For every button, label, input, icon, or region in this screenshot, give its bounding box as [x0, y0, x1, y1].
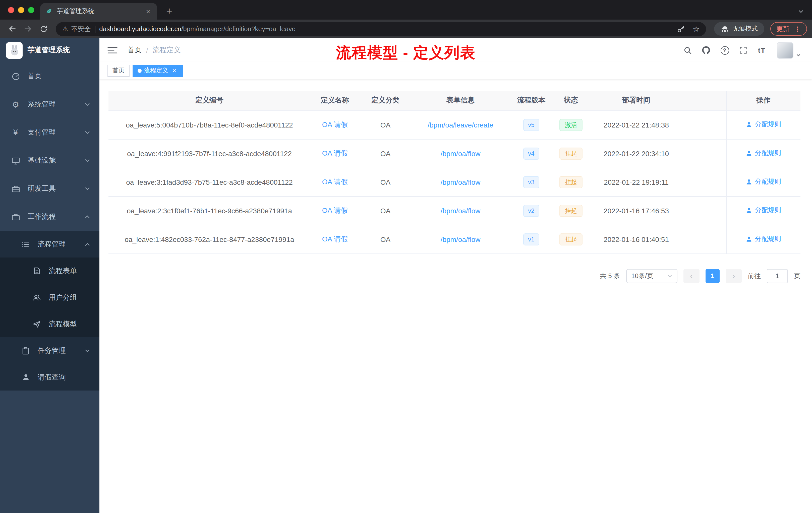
definition-name-link[interactable]: OA 请假	[322, 235, 348, 243]
breadcrumb-home[interactable]: 首页	[127, 46, 142, 55]
sidebar-item-leave-query[interactable]: 请假查询	[0, 364, 99, 391]
assign-rule-link[interactable]: 分配规则	[746, 120, 781, 129]
form-link[interactable]: /bpm/oa/flow	[441, 207, 481, 215]
browser-tab[interactable]: 芋道管理系统 ×	[40, 3, 157, 20]
deploy-time: 2022-01-22 21:48:38	[589, 111, 684, 139]
zoom-window-button[interactable]	[28, 7, 34, 13]
breadcrumb-separator: /	[146, 46, 148, 54]
column-header: 操作	[726, 91, 801, 111]
password-key-icon[interactable]	[677, 25, 685, 33]
sidebar-item-infrastructure[interactable]: 基础设施	[0, 147, 99, 175]
version-badge[interactable]: v2	[523, 205, 539, 217]
goto-page-input[interactable]	[767, 269, 788, 283]
assign-rule-link[interactable]: 分配规则	[746, 149, 781, 158]
content-area: 定义编号 定义名称 定义分类 表单信息 流程版本 状态 部署时间 操作 oa_l…	[99, 79, 812, 283]
column-header: 表单信息	[411, 91, 510, 111]
assign-rule-link[interactable]: 分配规则	[746, 177, 781, 186]
clipboard-icon	[20, 346, 31, 355]
forward-button[interactable]	[21, 22, 35, 36]
sidebar-toggle-icon[interactable]	[108, 46, 119, 54]
address-bar[interactable]: ⚠ 不安全 dashboard.yudao.iocoder.cn/bpm/man…	[56, 22, 706, 36]
chevron-down-icon	[84, 186, 90, 192]
status-badge: 挂起	[559, 147, 582, 159]
close-window-button[interactable]	[8, 7, 14, 13]
definition-name-link[interactable]: OA 请假	[322, 206, 348, 214]
page-size-select[interactable]: 10条/页	[626, 269, 677, 283]
fullscreen-icon[interactable]	[736, 43, 751, 58]
sidebar-item-devtools[interactable]: 研发工具	[0, 175, 99, 203]
sidebar-item-process-management[interactable]: 流程管理	[0, 231, 99, 258]
security-label: 不安全	[71, 24, 91, 33]
pagination: 共 5 条 10条/页 ‹ 1 › 前往 页	[109, 269, 801, 283]
sidebar-item-label: 首页	[28, 72, 42, 81]
chevron-up-icon	[84, 241, 90, 247]
column-header: 状态	[553, 91, 589, 111]
menu-dots-icon[interactable]: ⋮	[794, 25, 801, 33]
security-warning[interactable]: ⚠ 不安全	[62, 24, 91, 33]
page-number-current[interactable]: 1	[705, 269, 720, 283]
form-link[interactable]: /bpm/oa/flow	[441, 149, 481, 157]
version-badge[interactable]: v4	[523, 147, 539, 159]
version-badge[interactable]: v1	[523, 233, 539, 245]
url-text[interactable]: dashboard.yudao.iocoder.cn/bpm/manager/d…	[99, 25, 669, 33]
new-tab-button[interactable]: +	[162, 4, 176, 18]
yen-icon: ¥	[10, 128, 21, 137]
tag-close-icon[interactable]: ×	[171, 67, 178, 74]
form-link[interactable]: /bpm/oa/flow	[441, 178, 481, 186]
assign-rule-link[interactable]: 分配规则	[746, 235, 781, 244]
gear-icon: ⚙	[10, 100, 21, 109]
help-icon[interactable]: ?	[717, 43, 732, 58]
table-header-row: 定义编号 定义名称 定义分类 表单信息 流程版本 状态 部署时间 操作	[109, 91, 801, 111]
form-link[interactable]: /bpm/oa/leave/create	[428, 121, 493, 129]
sidebar-item-home[interactable]: 首页	[0, 62, 99, 90]
version-badge[interactable]: v5	[523, 119, 539, 131]
github-icon[interactable]	[698, 43, 714, 58]
tab-search-chevron-icon[interactable]	[798, 8, 804, 14]
next-page-button[interactable]: ›	[726, 269, 742, 283]
definition-name-link[interactable]: OA 请假	[322, 120, 348, 128]
refresh-button[interactable]	[36, 22, 51, 36]
sidebar-item-label: 流程管理	[38, 240, 66, 249]
font-size-icon[interactable]: tT	[754, 43, 769, 58]
tag-label: 流程定义	[144, 66, 168, 75]
back-button[interactable]	[5, 22, 20, 36]
row-spacer	[684, 225, 726, 253]
minimize-window-button[interactable]	[18, 7, 24, 13]
user-menu[interactable]	[777, 42, 801, 58]
version-badge[interactable]: v3	[523, 176, 539, 188]
chevron-up-icon	[84, 214, 90, 220]
sidebar-item-label: 支付管理	[28, 128, 56, 137]
tag-home[interactable]: 首页	[108, 64, 129, 77]
table-row: oa_leave:5:004b710b-7b8a-11ec-8ef0-acde4…	[109, 111, 801, 139]
avatar[interactable]	[777, 42, 793, 58]
column-header: 部署时间	[589, 91, 684, 111]
sidebar-item-process-models[interactable]: 流程模型	[0, 311, 99, 337]
chevron-down-icon	[796, 53, 801, 58]
tag-current[interactable]: 流程定义 ×	[133, 64, 183, 77]
search-icon[interactable]	[680, 43, 695, 58]
sidebar-item-user-groups[interactable]: 用户分组	[0, 284, 99, 311]
status-badge: 挂起	[559, 205, 582, 217]
definition-name-link[interactable]: OA 请假	[322, 149, 348, 157]
definition-name-link[interactable]: OA 请假	[322, 177, 348, 185]
tab-close-icon[interactable]: ×	[144, 7, 152, 16]
row-spacer	[684, 139, 726, 168]
prev-page-button[interactable]: ‹	[684, 269, 699, 283]
incognito-icon	[721, 25, 729, 32]
sidebar-item-task-management[interactable]: 任务管理	[0, 337, 99, 364]
bookmark-star-icon[interactable]: ☆	[693, 24, 699, 33]
definition-category: OA	[359, 111, 411, 139]
breadcrumb-current: 流程定义	[153, 46, 181, 55]
main-area: 首页 / 流程定义 ? tT	[99, 38, 812, 513]
update-button[interactable]: 更新 ⋮	[770, 22, 807, 36]
sidebar-item-payment[interactable]: ¥ 支付管理	[0, 118, 99, 147]
person-icon	[20, 373, 31, 381]
sidebar-item-process-forms[interactable]: 流程表单	[0, 258, 99, 284]
toolbox-icon	[10, 185, 21, 192]
tab-strip: 芋道管理系统 × +	[0, 0, 812, 20]
sidebar-item-system[interactable]: ⚙ 系统管理	[0, 90, 99, 118]
form-link[interactable]: /bpm/oa/flow	[441, 235, 481, 243]
assign-rule-link[interactable]: 分配规则	[746, 206, 781, 215]
definition-category: OA	[359, 139, 411, 168]
sidebar-item-workflow[interactable]: 工作流程	[0, 203, 99, 231]
